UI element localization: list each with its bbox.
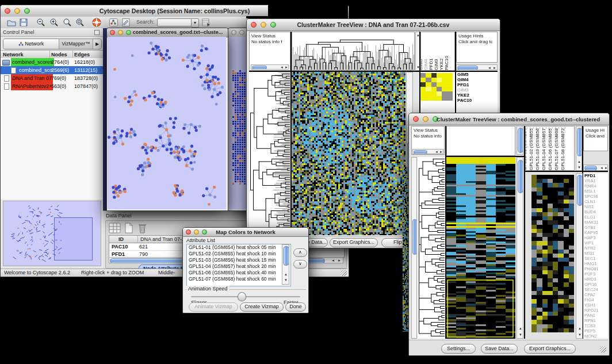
status-center: Right-click + drag to ZOOM: [81, 270, 144, 275]
close-icon[interactable]: [413, 116, 419, 122]
gene-label: RPO21: [583, 308, 608, 313]
new-attribute-icon[interactable]: [123, 223, 135, 233]
slider-thumb[interactable]: [238, 292, 246, 301]
tv2-zoom-heatmap[interactable]: [531, 175, 574, 332]
resize-grip[interactable]: [341, 270, 347, 276]
gene-label: HAP3: [583, 235, 608, 240]
done-button[interactable]: Done: [285, 302, 306, 312]
tv1-hints-scrollbar[interactable]: ◄►: [456, 64, 498, 70]
tab-overflow-icon[interactable]: ▶: [93, 39, 101, 49]
attribute-list-scrollbar[interactable]: ▲▼: [282, 244, 289, 285]
zoom-fit-icon[interactable]: [75, 18, 85, 27]
attribute-item[interactable]: GPL51-03 (GSM856) heat shock 15 min: [187, 257, 290, 263]
network-canvas[interactable]: [108, 37, 226, 209]
tv2-rowtree-scrollbar[interactable]: [411, 157, 417, 339]
zoom-selected-icon[interactable]: [63, 18, 72, 27]
gene-label: CLN1: [583, 199, 608, 204]
tv1-status-scrollbar[interactable]: ◄►: [251, 64, 289, 70]
network-overview[interactable]: [3, 201, 101, 266]
tv2-genes-scrollbar[interactable]: ▲▼: [576, 173, 583, 339]
help-icon[interactable]: [91, 17, 102, 28]
tv2-heatmap-vscrollbar[interactable]: ▲▼: [517, 157, 523, 339]
tv1-column-dendrogram[interactable]: [292, 32, 415, 71]
float-panel-icon[interactable]: [94, 30, 100, 35]
doc-icon: [11, 67, 16, 74]
gene-label: GTB1: [583, 225, 608, 230]
gene-label: GIM5: [456, 72, 498, 77]
attribute-list[interactable]: GPL51-01 (GSM854) heat shock 05 minGPL51…: [186, 244, 291, 286]
tv2-hints-scrollbar[interactable]: ◄►: [583, 164, 608, 171]
network-row[interactable]: RNAPuberNov2+563(0)107847(0): [1, 82, 103, 90]
create-vizmap-button[interactable]: Create Vizmap: [240, 302, 284, 312]
save-data-button[interactable]: Save Data...: [481, 344, 518, 354]
close-icon[interactable]: [110, 30, 115, 35]
dp-col-id[interactable]: ID: [118, 236, 124, 242]
minimize-icon[interactable]: [118, 30, 123, 35]
tv1-usage-hints: Usage Hints Click and drag tc: [456, 32, 498, 63]
gene-label: MAK31: [583, 220, 608, 225]
gene-label: PEP5: [583, 328, 608, 334]
gene-label: MSI1: [583, 251, 608, 256]
attribute-item[interactable]: GPL51-04 (GSM857) heat shock 20 min: [187, 263, 290, 270]
zoom-out-icon[interactable]: [36, 18, 46, 27]
tab-network[interactable]: Network: [3, 39, 59, 49]
settings-button[interactable]: Settings...: [441, 344, 476, 354]
annotation-icon[interactable]: [121, 18, 131, 27]
attribute-item[interactable]: GPL51-02 (GSM855) heat shock 10 min: [187, 251, 290, 257]
tv1-summary-heatmap[interactable]: [420, 73, 453, 101]
move-up-button[interactable]: ∧: [293, 248, 307, 257]
gene-label: MON2: [583, 334, 608, 339]
tv2-tree-vscrollbar[interactable]: [517, 126, 523, 155]
tab-vizmapper[interactable]: VizMapper™: [59, 39, 93, 49]
open-file-icon[interactable]: [6, 18, 17, 27]
tv1-heatmap[interactable]: [292, 72, 406, 235]
summary-cell: [420, 78, 426, 82]
save-icon[interactable]: [19, 18, 28, 27]
create-network-icon[interactable]: [109, 18, 118, 27]
tv2-column-dendrogram[interactable]: [446, 126, 515, 156]
network-row[interactable]: DNA and Tran 07769(0)183728(0): [1, 74, 103, 82]
minimize-icon[interactable]: [423, 116, 429, 122]
tv1-view-status: View Status No status info f ◄►: [249, 32, 290, 71]
tv2-labels-scrollbar[interactable]: ▲▼: [576, 126, 582, 171]
delete-attribute-icon[interactable]: [136, 223, 148, 233]
treeview2-title: ClusterMaker TreeView : combined_scores_…: [430, 116, 607, 122]
background-window-sliver: [403, 167, 408, 332]
summary-cell: [442, 78, 447, 82]
attribute-browser-icon[interactable]: [201, 18, 211, 27]
summary-cell: [442, 73, 447, 78]
tv2-global-heatmap[interactable]: [446, 157, 515, 339]
tv2-status-scrollbar[interactable]: ◄►: [412, 149, 443, 154]
dialog-title: Map Colors to Network: [183, 229, 308, 235]
close-icon[interactable]: [231, 30, 236, 35]
summary-cell: [431, 82, 437, 87]
attribute-item[interactable]: GPL51-01 (GSM854) heat shock 05 min: [187, 244, 290, 251]
summary-cell: [431, 91, 437, 96]
attribute-item[interactable]: GPL51-07 (GSM868) heat shock 60 min: [187, 276, 290, 282]
export-graphics-button[interactable]: Export Graphics...: [524, 344, 576, 354]
zoom-in-icon[interactable]: [49, 18, 59, 27]
minimize-icon[interactable]: [239, 30, 244, 35]
tv1-row-dendrogram[interactable]: [249, 72, 290, 235]
col-nodes[interactable]: Nodes: [51, 52, 67, 58]
column-label: GPL51-03 (GSM856): [534, 128, 541, 170]
network-row[interactable]: combined_sco2569(6)13112(15): [1, 66, 103, 74]
col-edges[interactable]: Edges: [74, 52, 90, 58]
search-input[interactable]: [157, 18, 193, 26]
tv2-usage-hints: Usage Hi Click and: [583, 126, 608, 151]
summary-cell: [437, 73, 442, 78]
move-down-button[interactable]: ∨: [293, 260, 307, 269]
gene-label: YSH1: [583, 302, 608, 308]
search-dropdown-icon[interactable]: ▼: [191, 18, 199, 28]
attribute-item[interactable]: GPL51-06 (GSM865) heat shock 40 min: [187, 270, 290, 276]
tv2-gene-list[interactable]: PFD1YRA1RNR4MSL1SPC98CLN1NIS1BUD4ELG1MAK…: [583, 173, 608, 339]
table-icon[interactable]: [109, 223, 121, 233]
network-row[interactable]: combined_scores2764(0)16218(0): [1, 58, 103, 66]
tv2-row-dendrogram[interactable]: [418, 157, 445, 339]
gene-label: HMG1: [583, 261, 608, 266]
col-network[interactable]: Network: [3, 52, 24, 58]
gene-label: SPC98: [583, 194, 608, 199]
export-graphics-button[interactable]: Export Graphics...: [330, 238, 378, 247]
animate-vizmap-button[interactable]: Animate Vizmap: [189, 302, 238, 312]
resize-grip[interactable]: [600, 346, 606, 352]
